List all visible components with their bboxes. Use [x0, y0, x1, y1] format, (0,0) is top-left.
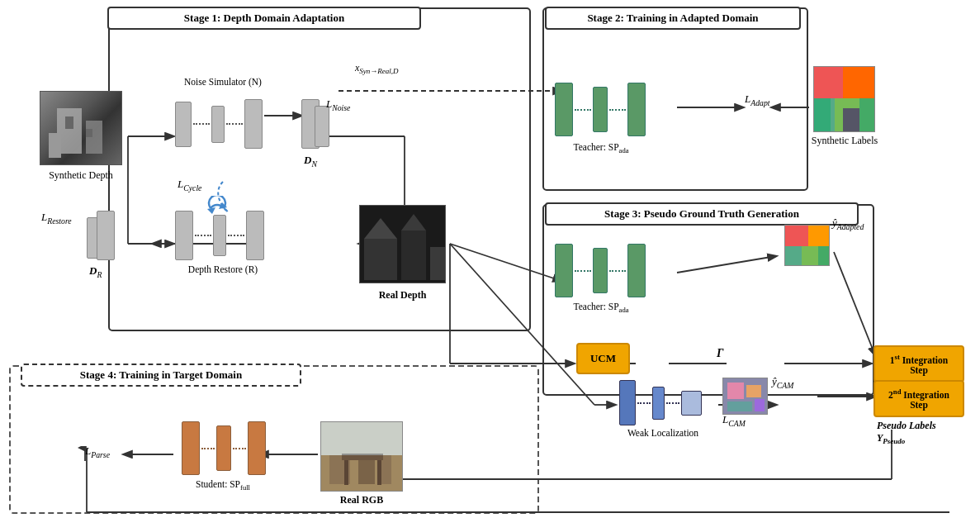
svg-marker-54 — [843, 67, 875, 98]
svg-rect-75 — [321, 422, 403, 455]
svg-rect-36 — [49, 133, 61, 158]
svg-line-13 — [450, 244, 561, 281]
real-depth-label: Real Depth — [359, 289, 446, 302]
svg-rect-59 — [818, 246, 830, 266]
stage3-box: Stage 3: Pseudo Ground Truth Generation — [545, 202, 859, 226]
y-adapted-label: ŷAdapted — [832, 216, 864, 231]
svg-rect-38 — [86, 129, 92, 137]
depth-restore-block — [175, 211, 264, 260]
student-full-block — [182, 421, 266, 475]
svg-rect-74 — [377, 460, 381, 485]
gamma-label: Γ — [717, 347, 723, 360]
pseudo-labels-label: Pseudo LabelsYPseudo — [877, 420, 936, 445]
svg-rect-65 — [755, 399, 765, 411]
integration-step-2: 2nd IntegrationStep — [873, 380, 964, 417]
integration-step-1: 1st IntegrationStep — [873, 345, 964, 383]
dn-block — [301, 99, 329, 149]
stage1-label: Stage 1: Depth Domain Adaptation — [184, 12, 344, 24]
student-full-label: Student: SPfull — [178, 479, 268, 492]
dn-label: LNoise — [326, 97, 350, 112]
l-cam-label: LCAM — [722, 413, 746, 428]
svg-rect-57 — [785, 246, 802, 266]
svg-line-16 — [677, 256, 776, 273]
y-cam-label: ŷCAM — [772, 375, 793, 390]
svg-line-17 — [834, 252, 875, 355]
real-depth-image — [359, 205, 446, 283]
svg-rect-73 — [344, 460, 348, 485]
teacher-ada1-label: Teacher: SPada — [552, 142, 651, 154]
svg-rect-44 — [430, 247, 445, 280]
ucm-label: UCM — [590, 352, 616, 365]
dr-block — [87, 211, 115, 260]
weak-loc-block — [619, 380, 702, 425]
teacher-ada1-block — [555, 83, 646, 136]
dn-block-label: DN — [304, 154, 317, 169]
synthetic-depth-image — [40, 91, 122, 165]
svg-rect-37 — [65, 116, 73, 129]
noise-simulator-block — [175, 99, 263, 149]
svg-rect-43 — [401, 230, 426, 280]
stage2-label: Stage 2: Training in Adapted Domain — [587, 12, 758, 24]
svg-rect-60 — [808, 226, 830, 246]
stage1-box: Stage 1: Depth Domain Adaptation — [107, 7, 421, 30]
int-step-1-label: 1st IntegrationStep — [890, 353, 948, 375]
real-rgb-label: Real RGB — [320, 494, 403, 506]
weak-loc-label: Weak Localization — [618, 428, 708, 438]
teacher-ada2-label: Teacher: SPada — [552, 302, 651, 314]
teacher-ada2-block — [555, 244, 646, 297]
l-cycle-label: LCycle — [178, 178, 201, 192]
svg-rect-62 — [727, 383, 744, 399]
stage4-box: Stage 4: Training in Target Domain — [21, 364, 301, 387]
noise-simulator-label: Noise Simulator (N) — [178, 77, 268, 87]
svg-rect-64 — [727, 402, 752, 411]
ucm-box: UCM — [576, 343, 630, 374]
svg-rect-58 — [802, 246, 818, 266]
synth-labels-image — [813, 66, 875, 132]
svg-marker-55 — [814, 98, 831, 132]
l-restore-label: LRestore — [41, 211, 72, 226]
feedback-arrow-indicator — [77, 446, 93, 466]
l-adapt-label: LAdapt — [745, 93, 770, 107]
synth-labels-label: Synthetic Labels — [807, 135, 882, 147]
int-step-2-label: 2nd IntegrationStep — [888, 387, 949, 410]
diagram-container: Stage 1: Depth Domain Adaptation Stage 2… — [0, 0, 980, 518]
svg-rect-53 — [843, 108, 859, 132]
real-rgb-image — [320, 421, 403, 492]
synthetic-depth-label: Synthetic Depth — [40, 169, 122, 182]
y-adapted-image — [784, 225, 830, 266]
y-cam-image — [722, 378, 768, 415]
stage3-label: Stage 3: Pseudo Ground Truth Generation — [604, 207, 799, 220]
svg-rect-48 — [814, 67, 843, 98]
svg-rect-52 — [859, 98, 875, 132]
svg-rect-3 — [10, 366, 538, 513]
svg-rect-0 — [109, 8, 530, 330]
depth-restore-label: Depth Restore (R) — [173, 264, 272, 274]
x-syn-real-label: xSyn→Real,D — [355, 62, 399, 75]
stage4-label: Stage 4: Training in Target Domain — [80, 368, 242, 381]
svg-rect-63 — [746, 385, 761, 397]
stage2-box: Stage 2: Training in Adapted Domain — [545, 7, 801, 30]
dr-block-label: DR — [89, 264, 102, 279]
svg-rect-42 — [364, 239, 397, 280]
